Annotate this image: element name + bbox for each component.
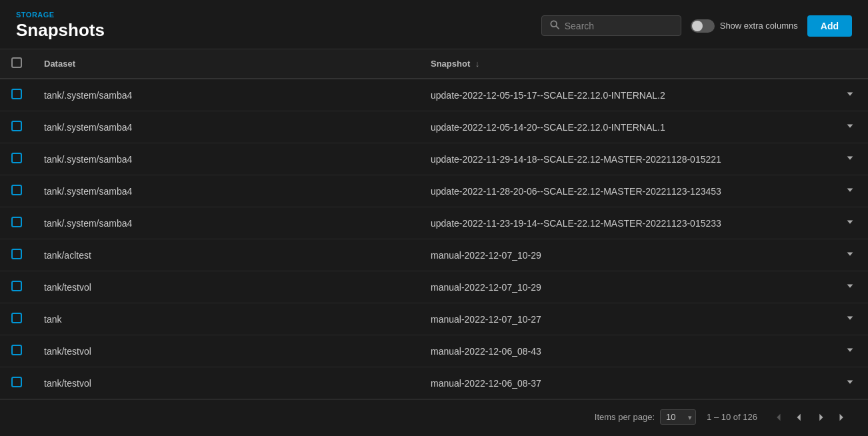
snapshot-cell: update-2022-12-05-14-20--SCALE-22.12.0-I…	[420, 111, 868, 143]
snapshot-value: manual-2022-12-07_10-29	[431, 250, 541, 261]
toggle-container: Show extra columns	[691, 19, 798, 33]
search-input[interactable]	[565, 21, 673, 31]
dataset-cell: tank/testvol	[33, 271, 420, 303]
table-row: tank/.system/samba4update-2022-11-23-19-…	[0, 207, 868, 239]
items-per-page-select[interactable]: 102550100	[660, 409, 696, 425]
snapshot-cell: manual-2022-12-07_10-27	[420, 303, 868, 335]
row-checkbox[interactable]	[11, 345, 22, 355]
snapshot-cell: manual-2022-12-06_08-43	[420, 335, 868, 367]
page-info: 1 – 10 of 126	[707, 412, 757, 422]
snapshot-value: update-2022-11-28-20-06--SCALE-22.12-MAS…	[431, 186, 721, 197]
row-checkbox[interactable]	[11, 281, 22, 291]
search-box[interactable]	[541, 15, 681, 36]
header-checkbox[interactable]	[11, 57, 22, 68]
snapshot-value: manual-2022-12-07_10-27	[431, 314, 541, 325]
next-page-button[interactable]	[811, 410, 831, 425]
dataset-cell: tank	[33, 303, 420, 335]
dataset-cell: tank/.system/samba4	[33, 207, 420, 239]
expand-row-button[interactable]	[843, 281, 857, 293]
dataset-cell: tank/.system/samba4	[33, 143, 420, 175]
row-checkbox-cell	[0, 335, 33, 367]
row-checkbox-cell	[0, 175, 33, 207]
header-dataset: Dataset	[33, 49, 420, 79]
table-row: tank/.system/samba4update-2022-12-05-15-…	[0, 79, 868, 111]
table-row: tank/.system/samba4update-2022-11-29-14-…	[0, 143, 868, 175]
expand-row-button[interactable]	[843, 249, 857, 261]
table-row: tank/.system/samba4update-2022-12-05-14-…	[0, 111, 868, 143]
expand-row-button[interactable]	[843, 153, 857, 165]
items-per-page: Items per page: 102550100	[595, 409, 696, 425]
page-title: Snapshots	[16, 20, 105, 41]
row-checkbox-cell	[0, 271, 33, 303]
show-extra-columns-toggle[interactable]	[691, 19, 715, 33]
snapshot-value: update-2022-12-05-15-17--SCALE-22.12.0-I…	[431, 90, 665, 101]
row-checkbox[interactable]	[11, 217, 22, 227]
row-checkbox-cell	[0, 111, 33, 143]
dataset-cell: tank/testvol	[33, 367, 420, 399]
table-row: tankmanual-2022-12-07_10-27	[0, 303, 868, 335]
dataset-cell: tank/.system/samba4	[33, 111, 420, 143]
items-per-page-label: Items per page:	[595, 412, 655, 422]
snapshot-cell: manual-2022-12-06_08-37	[420, 367, 868, 399]
snapshot-cell: update-2022-12-05-15-17--SCALE-22.12.0-I…	[420, 79, 868, 111]
table-container: Dataset Snapshot ↓ tank/.system/samba4up…	[0, 49, 868, 399]
first-page-button[interactable]	[768, 410, 788, 425]
prev-page-button[interactable]	[789, 410, 809, 425]
table-body: tank/.system/samba4update-2022-12-05-15-…	[0, 79, 868, 399]
dataset-cell: tank/.system/samba4	[33, 79, 420, 111]
snapshot-cell: update-2022-11-28-20-06--SCALE-22.12-MAS…	[420, 175, 868, 207]
dataset-cell: tank/acltest	[33, 239, 420, 271]
snapshots-table: Dataset Snapshot ↓ tank/.system/samba4up…	[0, 49, 868, 399]
row-checkbox-cell	[0, 79, 33, 111]
snapshot-value: manual-2022-12-06_08-37	[431, 378, 541, 389]
sort-icon: ↓	[475, 59, 480, 69]
snapshot-cell: manual-2022-12-07_10-29	[420, 239, 868, 271]
dataset-cell: tank/.system/samba4	[33, 175, 420, 207]
page-header: STORAGE Snapshots Show extra columns Add	[0, 0, 868, 49]
table-row: tank/testvolmanual-2022-12-07_10-29	[0, 271, 868, 303]
row-checkbox[interactable]	[11, 377, 22, 387]
search-icon	[550, 20, 559, 31]
expand-row-button[interactable]	[843, 313, 857, 325]
dataset-cell: tank/testvol	[33, 335, 420, 367]
table-row: tank/testvolmanual-2022-12-06_08-43	[0, 335, 868, 367]
pagination-buttons	[768, 410, 852, 425]
expand-row-button[interactable]	[843, 345, 857, 357]
table-header-row: Dataset Snapshot ↓	[0, 49, 868, 79]
snapshot-value: update-2022-11-29-14-18--SCALE-22.12-MAS…	[431, 154, 721, 165]
breadcrumb: STORAGE	[16, 11, 105, 19]
row-checkbox-cell	[0, 367, 33, 399]
table-row: tank/testvolmanual-2022-12-06_08-37	[0, 367, 868, 399]
row-checkbox-cell	[0, 143, 33, 175]
row-checkbox[interactable]	[11, 249, 22, 259]
last-page-button[interactable]	[832, 410, 852, 425]
row-checkbox-cell	[0, 239, 33, 271]
pagination-bar: Items per page: 102550100 1 – 10 of 126	[0, 399, 868, 434]
header-left: STORAGE Snapshots	[16, 11, 105, 41]
row-checkbox[interactable]	[11, 89, 22, 99]
row-checkbox[interactable]	[11, 313, 22, 323]
expand-row-button[interactable]	[843, 217, 857, 229]
expand-row-button[interactable]	[843, 377, 857, 389]
snapshot-cell: update-2022-11-23-19-14--SCALE-22.12-MAS…	[420, 207, 868, 239]
row-checkbox[interactable]	[11, 153, 22, 163]
items-per-page-select-wrapper[interactable]: 102550100	[660, 409, 696, 425]
snapshot-cell: update-2022-11-29-14-18--SCALE-22.12-MAS…	[420, 143, 868, 175]
row-checkbox-cell	[0, 303, 33, 335]
expand-row-button[interactable]	[843, 185, 857, 197]
snapshot-value: manual-2022-12-06_08-43	[431, 346, 541, 357]
row-checkbox[interactable]	[11, 185, 22, 195]
add-button[interactable]: Add	[807, 15, 852, 37]
snapshot-value: update-2022-12-05-14-20--SCALE-22.12.0-I…	[431, 122, 665, 133]
row-checkbox[interactable]	[11, 121, 22, 131]
header-right: Show extra columns Add	[541, 15, 852, 37]
table-row: tank/acltestmanual-2022-12-07_10-29	[0, 239, 868, 271]
snapshot-value: update-2022-11-23-19-14--SCALE-22.12-MAS…	[431, 218, 721, 229]
header-checkbox-cell	[0, 49, 33, 79]
expand-row-button[interactable]	[843, 89, 857, 101]
snapshot-value: manual-2022-12-07_10-29	[431, 282, 541, 293]
table-row: tank/.system/samba4update-2022-11-28-20-…	[0, 175, 868, 207]
header-snapshot[interactable]: Snapshot ↓	[420, 49, 868, 79]
expand-row-button[interactable]	[843, 121, 857, 133]
row-checkbox-cell	[0, 207, 33, 239]
